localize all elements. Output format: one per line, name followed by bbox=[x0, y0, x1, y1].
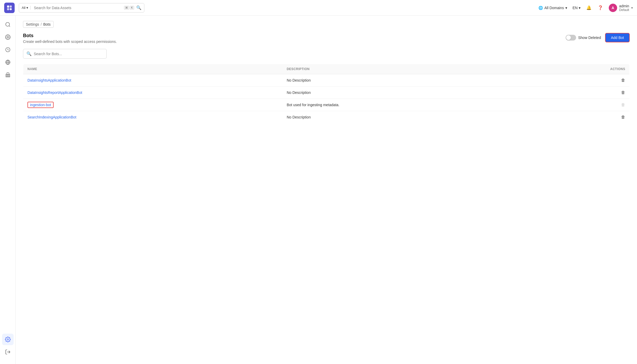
col-description: DESCRIPTION bbox=[282, 64, 533, 74]
search-input[interactable] bbox=[34, 6, 122, 10]
bot-name-link[interactable]: DataInsightsApplicationBot bbox=[27, 78, 71, 82]
globe-icon: 🌐 bbox=[538, 6, 543, 10]
bot-actions-cell: 🗑 bbox=[533, 74, 629, 87]
search-icon: 🔍 bbox=[26, 51, 32, 56]
page-header: Bots Create well-defined bots with scope… bbox=[23, 33, 630, 44]
add-bot-button[interactable]: Add Bot bbox=[605, 33, 630, 42]
table-row: DataInsightsReportApplicationBotNo Descr… bbox=[23, 87, 630, 99]
show-deleted-label: Show Deleted bbox=[578, 36, 601, 40]
sidebar-item-globe[interactable] bbox=[2, 56, 14, 68]
user-role: Default bbox=[619, 8, 629, 12]
sidebar-item-explore[interactable] bbox=[2, 19, 14, 30]
sidebar-bottom bbox=[2, 334, 14, 361]
kbd-k: K bbox=[130, 6, 134, 10]
search-icon: 🔍 bbox=[136, 5, 141, 10]
domain-label: All Domains bbox=[544, 6, 564, 10]
toggle-thumb bbox=[566, 35, 571, 40]
sidebar-item-logout[interactable] bbox=[2, 346, 14, 358]
col-name: NAME bbox=[23, 64, 283, 74]
main-content: Settings / Bots Bots Create well-defined… bbox=[16, 16, 637, 364]
table-body: DataInsightsApplicationBotNo Description… bbox=[23, 74, 630, 123]
user-info: admin Default bbox=[619, 4, 629, 12]
breadcrumb-current: Bots bbox=[43, 22, 50, 26]
sidebar-item-insights[interactable] bbox=[2, 44, 14, 55]
show-deleted-toggle[interactable] bbox=[566, 35, 576, 41]
bot-name-link[interactable]: DataInsightsReportApplicationBot bbox=[27, 90, 82, 95]
page-title-section: Bots Create well-defined bots with scope… bbox=[23, 33, 117, 44]
breadcrumb-separator: / bbox=[41, 22, 42, 26]
sidebar-item-settings[interactable] bbox=[2, 334, 14, 345]
help-icon[interactable]: ❓ bbox=[597, 5, 604, 11]
kbd-cmd: ⌘ bbox=[124, 6, 129, 10]
delete-bot-button: 🗑 bbox=[621, 103, 625, 107]
bot-name-cell: SearchIndexingApplicationBot bbox=[23, 111, 283, 123]
search-all-dropdown[interactable]: All ▾ bbox=[22, 6, 31, 10]
bot-name-cell: DataInsightsReportApplicationBot bbox=[23, 87, 283, 99]
table-row: ingestion-botBot used for ingesting meta… bbox=[23, 99, 630, 111]
language-selector[interactable]: EN ▾ bbox=[572, 6, 580, 10]
chevron-down-icon: ▾ bbox=[631, 6, 633, 10]
main-layout: Settings / Bots Bots Create well-defined… bbox=[0, 16, 637, 364]
sidebar-item-governance[interactable] bbox=[2, 69, 14, 81]
user-menu[interactable]: A admin Default ▾ bbox=[609, 4, 633, 12]
bot-description-cell: Bot used for ingesting metadata. bbox=[282, 99, 533, 111]
delete-bot-button[interactable]: 🗑 bbox=[621, 90, 625, 95]
bot-name-cell: DataInsightsApplicationBot bbox=[23, 74, 283, 87]
sidebar bbox=[0, 16, 16, 364]
bots-table: NAME DESCRIPTION ACTIONS DataInsightsApp… bbox=[23, 64, 630, 123]
svg-point-5 bbox=[7, 36, 9, 38]
delete-bot-button[interactable]: 🗑 bbox=[621, 115, 625, 120]
svg-rect-1 bbox=[10, 5, 12, 8]
svg-point-9 bbox=[7, 339, 9, 340]
sidebar-item-observability[interactable] bbox=[2, 31, 14, 43]
page-actions: Show Deleted Add Bot bbox=[566, 33, 630, 42]
chevron-down-icon: ▾ bbox=[26, 6, 28, 10]
bots-search-input[interactable] bbox=[34, 52, 103, 56]
svg-point-6 bbox=[6, 36, 9, 39]
search-all-label: All bbox=[22, 6, 25, 10]
bot-name-cell: ingestion-bot bbox=[23, 99, 283, 111]
svg-rect-0 bbox=[7, 5, 9, 8]
bot-description-cell: No Description bbox=[282, 87, 533, 99]
bot-name-link[interactable]: ingestion-bot bbox=[27, 102, 54, 108]
delete-bot-button[interactable]: 🗑 bbox=[621, 78, 625, 83]
table-header: NAME DESCRIPTION ACTIONS bbox=[23, 64, 630, 74]
breadcrumb: Settings / Bots bbox=[23, 21, 54, 28]
breadcrumb-settings-link[interactable]: Settings bbox=[26, 22, 39, 26]
page-title: Bots bbox=[23, 33, 117, 38]
bot-actions-cell: 🗑 bbox=[533, 87, 629, 99]
svg-rect-2 bbox=[7, 8, 9, 10]
bots-search-bar: 🔍 bbox=[23, 49, 107, 59]
table-row: DataInsightsApplicationBotNo Description… bbox=[23, 74, 630, 87]
app-logo[interactable] bbox=[4, 3, 15, 13]
keyboard-hint: ⌘ K bbox=[124, 6, 134, 10]
table-row: SearchIndexingApplicationBotNo Descripti… bbox=[23, 111, 630, 123]
col-actions: ACTIONS bbox=[533, 64, 629, 74]
bot-name-link[interactable]: SearchIndexingApplicationBot bbox=[27, 115, 76, 119]
avatar: A bbox=[609, 4, 617, 12]
show-deleted-toggle-section: Show Deleted bbox=[566, 35, 601, 41]
lang-label: EN bbox=[572, 6, 577, 10]
domain-selector[interactable]: 🌐 All Domains ▾ bbox=[538, 6, 567, 10]
notifications-icon[interactable]: 🔔 bbox=[586, 5, 592, 11]
page-subtitle: Create well-defined bots with scoped acc… bbox=[23, 39, 117, 44]
bot-description-cell: No Description bbox=[282, 74, 533, 87]
header-right: 🌐 All Domains ▾ EN ▾ 🔔 ❓ A admin Default… bbox=[538, 4, 633, 12]
bot-description-cell: No Description bbox=[282, 111, 533, 123]
global-search-bar: All ▾ ⌘ K 🔍 bbox=[19, 3, 144, 13]
chevron-down-icon: ▾ bbox=[579, 6, 581, 10]
svg-point-3 bbox=[10, 8, 12, 10]
user-name: admin bbox=[619, 4, 629, 8]
bot-actions-cell: 🗑 bbox=[533, 99, 629, 111]
chevron-down-icon: ▾ bbox=[565, 6, 567, 10]
bot-actions-cell: 🗑 bbox=[533, 111, 629, 123]
header: All ▾ ⌘ K 🔍 🌐 All Domains ▾ EN ▾ 🔔 ❓ A a… bbox=[0, 0, 637, 16]
svg-point-4 bbox=[5, 22, 9, 26]
